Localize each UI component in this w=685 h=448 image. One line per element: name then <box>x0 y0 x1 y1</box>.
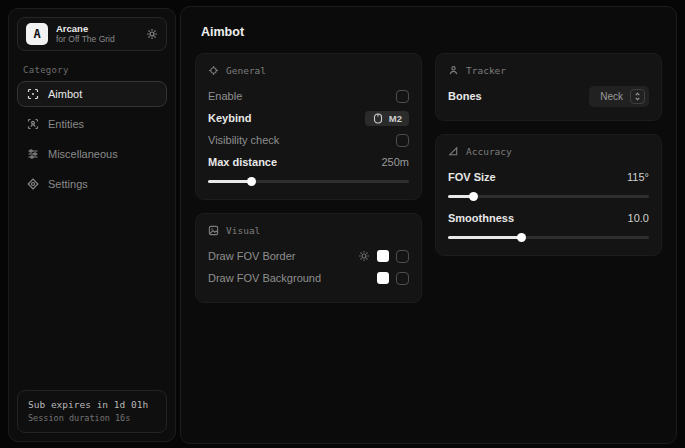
panel-title: Visual <box>226 225 260 236</box>
fov-size-row: FOV Size 115° <box>448 166 649 188</box>
app-subtitle: for Off The Grid <box>56 35 138 45</box>
smoothness-label: Smoothness <box>448 212 514 224</box>
bones-select[interactable]: Neck <box>589 86 649 107</box>
mouse-icon <box>372 113 384 124</box>
fov-border-row: Draw FOV Border <box>208 245 409 267</box>
app-logo: A <box>26 23 48 45</box>
slider-thumb[interactable] <box>247 177 256 186</box>
smoothness-row: Smoothness 10.0 <box>448 207 649 229</box>
bones-selected-value: Neck <box>600 91 623 102</box>
sidebar-item-miscellaneous[interactable]: Miscellaneous <box>17 141 167 167</box>
fov-border-label: Draw FOV Border <box>208 250 295 262</box>
fov-background-row: Draw FOV Background <box>208 267 409 289</box>
bones-row: Bones Neck <box>448 85 649 107</box>
main-panel: Aimbot General Enable <box>180 6 677 444</box>
slider-thumb[interactable] <box>469 192 478 201</box>
bones-label: Bones <box>448 90 482 102</box>
enable-label: Enable <box>208 90 242 102</box>
crosshair-icon <box>208 65 219 76</box>
gear-icon <box>27 178 39 190</box>
sidebar-item-label: Entities <box>48 118 84 130</box>
fov-size-label: FOV Size <box>448 171 496 183</box>
panel-title: Tracker <box>466 65 506 76</box>
fov-background-label: Draw FOV Background <box>208 272 321 284</box>
smoothness-slider[interactable] <box>448 232 649 242</box>
panel-title: Accuracy <box>466 146 512 157</box>
app-header: A Arcane for Off The Grid <box>17 17 167 51</box>
max-distance-value: 250m <box>381 156 409 168</box>
entities-icon <box>27 118 39 130</box>
smoothness-value: 10.0 <box>628 212 649 224</box>
sidebar-item-label: Settings <box>48 178 88 190</box>
sidebar-item-entities[interactable]: Entities <box>17 111 167 137</box>
crosshair-icon <box>27 88 39 100</box>
max-distance-row: Max distance 250m <box>208 151 409 173</box>
keybind-button[interactable]: M2 <box>365 111 409 126</box>
fov-background-checkbox[interactable] <box>396 272 409 285</box>
sidebar-nav: Aimbot Entities <box>17 81 167 197</box>
accuracy-panel: Accuracy FOV Size 115° Smoothness <box>435 134 662 256</box>
keybind-row: Keybind M2 <box>208 107 409 129</box>
panel-title: General <box>226 65 266 76</box>
keybind-label: Keybind <box>208 112 251 124</box>
max-distance-slider[interactable] <box>208 176 409 186</box>
sub-expiry-text: Sub expires in 1d 01h <box>28 398 156 412</box>
fov-border-color-swatch[interactable] <box>377 250 389 262</box>
app-name: Arcane <box>56 24 138 35</box>
sidebar-item-label: Aimbot <box>48 88 82 100</box>
tracker-panel: Tracker Bones Neck <box>435 53 662 121</box>
gear-icon[interactable] <box>146 28 158 40</box>
visibility-row: Visibility check <box>208 129 409 151</box>
sidebar: A Arcane for Off The Grid Category <box>8 8 176 442</box>
person-icon <box>448 65 459 76</box>
angle-icon <box>448 146 459 157</box>
subscription-info: Sub expires in 1d 01h Session duration 1… <box>17 390 167 433</box>
sliders-icon <box>27 148 39 160</box>
page-title: Aimbot <box>201 25 663 39</box>
keybind-value: M2 <box>389 113 402 124</box>
session-duration-text: Session duration 16s <box>28 412 156 425</box>
slider-thumb[interactable] <box>517 233 526 242</box>
arcane-window: A Arcane for Off The Grid Category <box>0 0 685 448</box>
fov-size-value: 115° <box>627 171 649 183</box>
sidebar-item-settings[interactable]: Settings <box>17 171 167 197</box>
visibility-checkbox[interactable] <box>396 134 409 147</box>
enable-checkbox[interactable] <box>396 90 409 103</box>
up-down-arrows-icon <box>630 89 645 104</box>
sidebar-item-label: Miscellaneous <box>48 148 118 160</box>
general-panel: General Enable Keybind <box>195 53 422 200</box>
visual-panel: Visual Draw FOV Border <box>195 213 422 303</box>
image-icon <box>208 225 219 236</box>
fov-size-slider[interactable] <box>448 191 649 201</box>
enable-row: Enable <box>208 85 409 107</box>
gear-icon[interactable] <box>358 250 370 262</box>
max-distance-label: Max distance <box>208 156 277 168</box>
fov-border-checkbox[interactable] <box>396 250 409 263</box>
category-label: Category <box>23 65 161 75</box>
sidebar-item-aimbot[interactable]: Aimbot <box>17 81 167 107</box>
visibility-label: Visibility check <box>208 134 279 146</box>
fov-background-color-swatch[interactable] <box>377 272 389 284</box>
